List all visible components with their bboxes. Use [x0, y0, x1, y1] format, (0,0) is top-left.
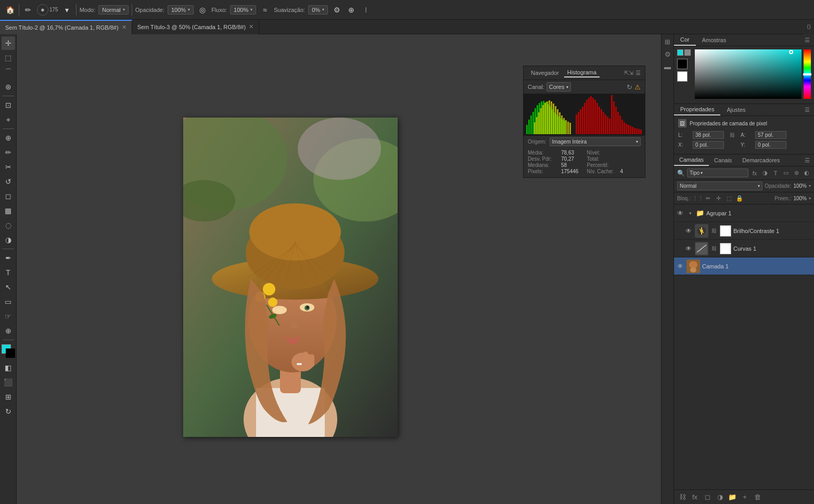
tab-canais[interactable]: Canais	[709, 155, 737, 165]
lock-move-icon[interactable]: ✛	[715, 194, 723, 202]
brush-size-control[interactable]: ● 175	[37, 4, 58, 16]
layer-chain-brilho[interactable]: ⛓	[710, 227, 718, 235]
layer-chain-curvas[interactable]: ⛓	[710, 245, 718, 252]
screen-mode-icon[interactable]: ⬛	[2, 376, 15, 389]
lasso-tool[interactable]: ⌒	[2, 66, 15, 79]
fill-arrow[interactable]: ▾	[809, 196, 811, 201]
filter-type-dropdown[interactable]: Tipo ▾	[687, 169, 748, 177]
layer-mask-brilho[interactable]	[720, 225, 731, 237]
props-menu-icon[interactable]: ☰	[800, 107, 814, 113]
brush-tool[interactable]: ✏	[2, 146, 15, 159]
history-brush-tool[interactable]: ↺	[2, 175, 15, 188]
opacity-arrow[interactable]: ▾	[809, 184, 811, 188]
layers-mask-icon[interactable]: ◻	[702, 492, 713, 502]
tab-doc2[interactable]: Sem Título-3 @ 50% (Camada 1, RGB/8#) ✕	[132, 20, 259, 34]
path-select-tool[interactable]: ↖	[2, 280, 15, 294]
airbrush-icon[interactable]: ◎	[197, 4, 208, 16]
pen-tool[interactable]: ✒	[2, 251, 15, 265]
filter-icon-adj[interactable]: ◑	[761, 169, 769, 177]
panel-expand-icon[interactable]: ⇱⇲	[624, 70, 633, 76]
layers-fx-icon[interactable]: fx	[690, 492, 700, 502]
shape-tool[interactable]: ▭	[2, 295, 15, 308]
quick-select-tool[interactable]: ⊛	[2, 80, 15, 94]
filter-icon-shape[interactable]: ▭	[782, 169, 790, 177]
lock-pixels-icon[interactable]: ⋮⋮	[694, 194, 702, 202]
white-swatch[interactable]	[677, 71, 688, 82]
mode-dropdown[interactable]: Normal ▾	[98, 5, 128, 15]
layer-eye-group1[interactable]: 👁	[676, 209, 684, 217]
brush-options-icon[interactable]: ▾	[61, 4, 73, 16]
rotate-tool[interactable]: ↻	[2, 405, 15, 418]
panel-collapse-btn[interactable]: ⟨⟩	[804, 20, 814, 34]
tab-navegador[interactable]: Navegador	[528, 69, 562, 77]
move-tool[interactable]: ✛	[2, 36, 15, 50]
layer-eye-brilho1[interactable]: 👁	[684, 227, 693, 235]
hue-slider[interactable]	[804, 49, 811, 99]
layer-item-camada1[interactable]: 👁 Camada 1	[674, 257, 814, 275]
layers-add-icon[interactable]: +	[740, 492, 750, 502]
fg-color-swatch[interactable]	[677, 49, 683, 56]
lock-all-icon[interactable]: 🔒	[735, 194, 744, 202]
tab-propriedades[interactable]: Propriedades	[674, 104, 720, 115]
gradient-tool[interactable]: ▦	[2, 204, 15, 217]
layers-group-icon[interactable]: 📁	[727, 492, 737, 502]
ri-icon2[interactable]: ⚙	[663, 49, 673, 59]
layer-eye-curvas1[interactable]: 👁	[684, 244, 693, 253]
color-gradient-area[interactable]	[695, 49, 811, 99]
crop-tool[interactable]: ⊡	[2, 98, 15, 112]
black-swatch[interactable]	[677, 59, 688, 69]
tab-doc2-close[interactable]: ✕	[249, 23, 253, 30]
tab-demarcadores[interactable]: Demarcadores	[737, 155, 785, 165]
layer-expand-group1[interactable]: ▾	[686, 210, 694, 217]
layers-link-icon[interactable]: ⛓	[677, 492, 688, 502]
home-icon[interactable]: 🏠	[4, 4, 16, 16]
tab-amostras[interactable]: Amostras	[696, 35, 732, 45]
color-swatches[interactable]	[2, 344, 15, 358]
props-Y-value[interactable]: 0 pol.	[755, 141, 786, 149]
layers-adj-icon[interactable]: ◑	[715, 492, 725, 502]
layer-eye-camada1[interactable]: 👁	[676, 262, 684, 270]
eraser-tool[interactable]: ◻	[2, 189, 15, 203]
layer-item-brilho1[interactable]: 👁 ⛓ Brilho/Contraste 1	[674, 222, 814, 240]
refresh-icon[interactable]: ↻	[627, 83, 632, 91]
canal-dropdown[interactable]: Cores ▾	[546, 82, 571, 92]
props-L-value[interactable]: 38 pol.	[693, 131, 724, 139]
extra-swatch[interactable]	[684, 49, 691, 56]
filter-toggle[interactable]: ◐	[803, 169, 811, 177]
filter-icon-text[interactable]: T	[771, 169, 780, 177]
background-swatch[interactable]	[6, 348, 15, 358]
brush-tool-icon[interactable]: ✏	[22, 4, 34, 16]
tab-cor[interactable]: Cor	[674, 34, 696, 46]
blend-mode-dropdown[interactable]: Normal ▾	[677, 182, 762, 190]
color-menu-icon[interactable]: ☰	[800, 37, 814, 44]
symmetry-icon[interactable]: ⊕	[346, 4, 357, 16]
origem-dropdown[interactable]: Imagem Inteira ▾	[550, 137, 641, 146]
extra-icon[interactable]: ⁝	[360, 4, 372, 16]
opacity-dropdown[interactable]: 100% ▾	[168, 5, 194, 15]
blur-tool[interactable]: ◌	[2, 218, 15, 232]
filter-icon-fx[interactable]: fx	[751, 169, 759, 177]
lock-artboard-icon[interactable]: ⬚	[725, 194, 733, 202]
layer-mask-curvas[interactable]	[720, 243, 731, 254]
eyedropper-tool[interactable]: ⌖	[2, 113, 15, 126]
layers-delete-icon[interactable]: 🗑	[752, 492, 762, 502]
filter-icon-smart[interactable]: ⊛	[792, 169, 800, 177]
zoom-tool[interactable]: ⊕	[2, 324, 15, 338]
smoothing-icon[interactable]: ≈	[259, 4, 271, 16]
props-X-value[interactable]: 0 pol.	[693, 141, 724, 149]
heal-tool[interactable]: ⊕	[2, 131, 15, 145]
suavizacao-dropdown[interactable]: 0% ▾	[308, 5, 328, 15]
tab-ajustes[interactable]: Ajustes	[720, 105, 752, 115]
layers-menu-icon[interactable]: ☰	[800, 157, 814, 164]
tab-doc1[interactable]: Sem Título-2 @ 16,7% (Camada 1, RGB/8#) …	[0, 20, 132, 34]
mask-mode-icon[interactable]: ◧	[2, 361, 15, 374]
ri-icon1[interactable]: ⊞	[663, 36, 673, 47]
text-tool[interactable]: T	[2, 266, 15, 279]
marquee-tool[interactable]: ⬚	[2, 51, 15, 64]
layer-item-group1[interactable]: 👁 ▾ 📁 Agrupar 1	[674, 204, 814, 222]
ri-histogram[interactable]: ▬	[663, 61, 673, 72]
dodge-tool[interactable]: ◑	[2, 233, 15, 247]
extra-tool[interactable]: ⊞	[2, 390, 15, 404]
props-A-value[interactable]: 57 pol.	[755, 131, 786, 139]
tab-histograma[interactable]: Histograma	[564, 68, 600, 77]
